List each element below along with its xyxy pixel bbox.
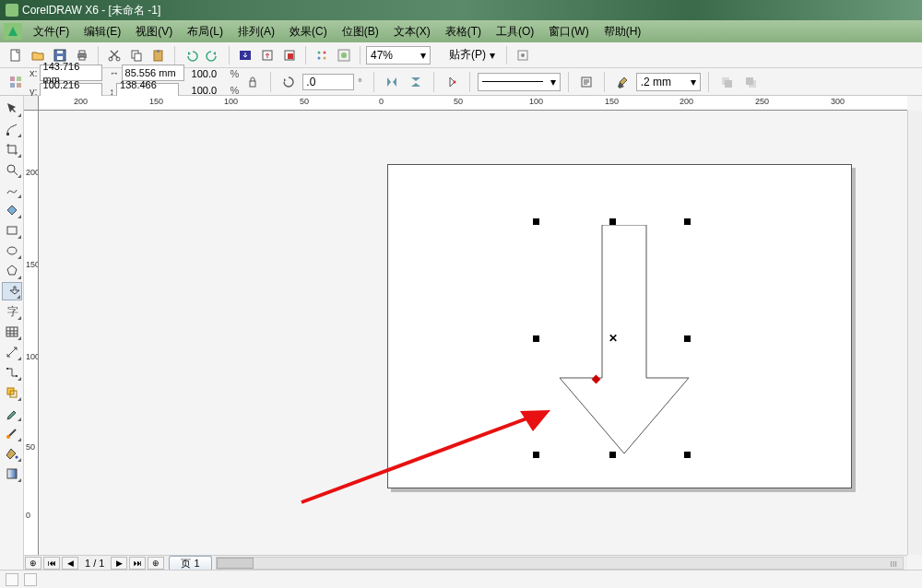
cut-icon[interactable] [104, 45, 124, 65]
wrap-text-icon[interactable] [576, 72, 597, 92]
sel-handle-w[interactable] [533, 335, 539, 342]
outline-pen-icon[interactable] [612, 72, 632, 92]
presets-icon[interactable] [6, 72, 26, 92]
crop-tool-icon[interactable] [2, 140, 22, 159]
menu-table[interactable]: 表格(T) [438, 21, 489, 42]
line-style-combo[interactable]: ▾ [478, 73, 561, 91]
text-tool-icon[interactable]: 字 [2, 302, 22, 321]
sel-handle-se[interactable] [684, 452, 691, 458]
rotate-icon[interactable] [278, 72, 299, 92]
new-icon[interactable] [6, 45, 26, 65]
scale-x-input[interactable]: 100.0 [192, 66, 229, 81]
ruler-tick: 150 [605, 97, 619, 106]
options-icon[interactable] [513, 45, 533, 65]
scroll-thumb[interactable] [217, 558, 254, 569]
last-page-icon[interactable]: ⏭ [129, 557, 146, 570]
export-icon[interactable] [257, 45, 278, 65]
sel-handle-ne[interactable] [684, 218, 691, 225]
add-page-before-icon[interactable]: ⊕ [25, 557, 41, 570]
undo-icon[interactable] [181, 45, 201, 65]
fill-tool-icon[interactable] [2, 444, 22, 463]
dimension-tool-icon[interactable] [2, 343, 22, 361]
to-front-icon[interactable] [716, 72, 737, 92]
app-launcher-icon[interactable] [312, 45, 332, 65]
shape-tool-icon[interactable] [2, 120, 22, 138]
app-corel-icon[interactable] [334, 45, 354, 65]
outline-tool-icon[interactable] [2, 424, 22, 442]
redo-icon[interactable] [203, 45, 223, 65]
connector-tool-icon[interactable] [2, 363, 22, 382]
menu-edit[interactable]: 编辑(E) [77, 21, 128, 42]
freehand-tool-icon[interactable] [2, 181, 22, 199]
menu-view[interactable]: 视图(V) [128, 21, 180, 42]
zoom-combo[interactable]: 47%▾ [366, 46, 431, 65]
menu-tools[interactable]: 工具(O) [489, 21, 541, 42]
basic-shapes-tool-icon[interactable] [2, 282, 22, 300]
svg-rect-3 [57, 51, 63, 53]
arrow-shape[interactable] [550, 225, 698, 455]
menu-bitmaps[interactable]: 位图(B) [335, 21, 386, 42]
ruler-tick: 100 [26, 352, 39, 361]
status-icon-2[interactable] [24, 573, 37, 586]
work-area: 字 20015010050050100150200250300 20015010… [0, 96, 922, 570]
sel-handle-e[interactable] [684, 335, 691, 342]
effects-tool-icon[interactable] [2, 383, 22, 402]
export-pdf-icon[interactable] [279, 45, 300, 65]
menu-window[interactable]: 窗口(W) [541, 21, 596, 42]
table-tool-icon[interactable] [2, 323, 22, 341]
import-icon[interactable] [235, 45, 255, 65]
menu-file[interactable]: 文件(F) [26, 21, 77, 42]
mirror-v-icon[interactable] [406, 72, 426, 92]
sel-handle-s[interactable] [609, 452, 616, 458]
sel-handle-n[interactable] [609, 218, 616, 225]
svg-text:字: 字 [7, 305, 18, 318]
menu-text[interactable]: 文本(X) [386, 21, 438, 42]
rect-tool-icon[interactable] [2, 221, 22, 240]
svg-point-39 [7, 247, 17, 254]
ifill-tool-icon[interactable] [2, 465, 22, 483]
page-navigator: ⊕ ⏮ ◀ 1 / 1 ▶ ⏭ ⊕ 页 1 III [24, 555, 907, 570]
prev-page-icon[interactable]: ◀ [62, 557, 78, 570]
menu-layout[interactable]: 布局(L) [180, 21, 230, 42]
page-count: 1 / 1 [79, 558, 110, 569]
canvas[interactable]: ✕ [39, 111, 907, 555]
separator [305, 46, 306, 65]
ruler-vertical[interactable]: 200150100500 [24, 111, 39, 555]
shape-mode-icon[interactable] [442, 72, 462, 92]
zoom-tool-icon[interactable] [2, 160, 22, 179]
menu-bar: 文件(F) 编辑(E) 视图(V) 布局(L) 排列(A) 效果(C) 位图(B… [0, 20, 922, 42]
copy-icon[interactable] [126, 45, 147, 65]
page-tab[interactable]: 页 1 [169, 556, 211, 570]
svg-rect-42 [6, 368, 8, 370]
svg-point-20 [324, 56, 326, 59]
eyedrop-tool-icon[interactable] [2, 404, 22, 422]
status-icon-1[interactable] [6, 573, 18, 586]
svg-rect-10 [135, 53, 141, 61]
first-page-icon[interactable]: ⏮ [43, 557, 60, 570]
snap-dropdown[interactable]: 贴齐(P)▾ [443, 45, 501, 65]
ellipse-tool-icon[interactable] [2, 241, 22, 260]
polygon-tool-icon[interactable] [2, 262, 22, 280]
next-page-icon[interactable]: ▶ [111, 557, 127, 570]
ruler-tick: 300 [831, 97, 845, 106]
lock-ratio-icon[interactable] [242, 72, 263, 92]
stroke-width-combo[interactable]: .2 mm▾ [636, 73, 701, 91]
toolbox: 字 [0, 96, 24, 570]
sel-center[interactable]: ✕ [609, 332, 618, 345]
menu-effects[interactable]: 效果(C) [282, 21, 335, 42]
menu-help[interactable]: 帮助(H) [597, 21, 649, 42]
to-back-icon[interactable] [740, 72, 761, 92]
pick-tool-icon[interactable] [2, 100, 22, 118]
smartfill-tool-icon[interactable] [2, 201, 22, 219]
horizontal-scrollbar[interactable]: III [216, 557, 904, 570]
mirror-h-icon[interactable] [382, 72, 402, 92]
menu-arrange[interactable]: 排列(A) [230, 21, 282, 42]
rotation-input[interactable]: .0 [302, 74, 354, 90]
paste-icon[interactable] [148, 45, 169, 65]
app-icon [6, 4, 18, 17]
vertical-scrollbar[interactable] [907, 111, 922, 555]
sel-handle-nw[interactable] [533, 218, 539, 225]
ruler-horizontal[interactable]: 20015010050050100150200250300 [39, 96, 907, 111]
svg-rect-33 [725, 80, 732, 88]
add-page-after-icon[interactable]: ⊕ [148, 557, 164, 570]
